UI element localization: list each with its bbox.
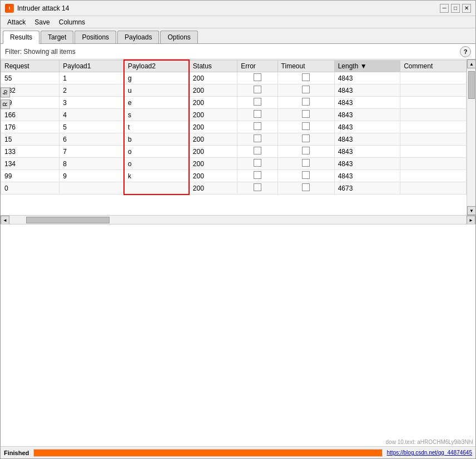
tab-positions[interactable]: Positions bbox=[75, 31, 116, 43]
table-row[interactable]: 176 5 t 200 4843 bbox=[1, 121, 467, 133]
cell-status: 200 bbox=[189, 109, 237, 121]
col-header-length[interactable]: Length ▼ bbox=[334, 60, 400, 72]
vertical-scrollbar[interactable]: ▲ ▼ bbox=[467, 59, 475, 215]
status-text: Finished bbox=[4, 450, 29, 456]
maximize-button[interactable]: □ bbox=[451, 4, 460, 13]
cell-request: 133 bbox=[1, 146, 60, 158]
close-button[interactable]: ✕ bbox=[462, 4, 471, 13]
cell-error bbox=[237, 72, 277, 84]
table-row[interactable]: 134 8 o 200 4843 bbox=[1, 158, 467, 170]
scroll-right-arrow[interactable]: ► bbox=[467, 216, 475, 224]
cell-length: 4843 bbox=[334, 158, 400, 170]
title-bar-left: I Intruder attack 14 bbox=[5, 4, 69, 13]
cell-payload1: 6 bbox=[60, 133, 124, 146]
cell-status: 200 bbox=[189, 121, 237, 133]
cell-error bbox=[237, 121, 277, 133]
cell-length: 4843 bbox=[334, 72, 400, 84]
scroll-track-h[interactable] bbox=[9, 216, 467, 224]
menu-attack[interactable]: Attack bbox=[3, 17, 30, 27]
cell-payload1: 8 bbox=[60, 158, 124, 170]
table-row[interactable]: 55 1 g 200 4843 bbox=[1, 72, 467, 84]
cell-payload2: u bbox=[124, 84, 189, 97]
table-row[interactable]: 0 200 4673 bbox=[1, 182, 467, 194]
scroll-thumb[interactable] bbox=[468, 71, 475, 99]
results-table: Request Payload1 Payload2 Status Error T… bbox=[1, 59, 467, 195]
cell-request: 15 bbox=[1, 133, 60, 146]
help-button[interactable]: ? bbox=[460, 46, 471, 57]
col-header-payload1[interactable]: Payload1 bbox=[60, 60, 124, 72]
cell-payload2: b bbox=[124, 133, 189, 146]
tab-target[interactable]: Target bbox=[41, 31, 73, 43]
side-tab-r[interactable]: R bbox=[1, 99, 10, 109]
scroll-left-arrow[interactable]: ◄ bbox=[1, 216, 9, 224]
table-row[interactable]: 15 6 b 200 4843 bbox=[1, 133, 467, 146]
col-header-request[interactable]: Request bbox=[1, 60, 60, 72]
cell-payload1: 9 bbox=[60, 170, 124, 182]
cell-comment bbox=[400, 84, 467, 97]
table-row[interactable]: 166 4 s 200 4843 bbox=[1, 109, 467, 121]
cell-request: 134 bbox=[1, 158, 60, 170]
title-bar: I Intruder attack 14 ─ □ ✕ bbox=[1, 1, 475, 16]
cell-length: 4843 bbox=[334, 170, 400, 182]
table-container[interactable]: Request Payload1 Payload2 Status Error T… bbox=[1, 59, 467, 215]
cell-status: 200 bbox=[189, 72, 237, 84]
cell-status: 200 bbox=[189, 182, 237, 194]
scroll-thumb-h[interactable] bbox=[26, 217, 110, 223]
cell-timeout bbox=[277, 121, 334, 133]
cell-payload2 bbox=[124, 182, 189, 194]
tab-payloads[interactable]: Payloads bbox=[117, 31, 159, 43]
scroll-down-arrow[interactable]: ▼ bbox=[467, 206, 475, 215]
status-url[interactable]: https://blog.csdn.net/qq_44874645 bbox=[387, 450, 472, 456]
cell-error bbox=[237, 133, 277, 146]
cell-payload1: 3 bbox=[60, 97, 124, 109]
status-bar: Finished https://blog.csdn.net/qq_448746… bbox=[1, 446, 475, 458]
cell-status: 200 bbox=[189, 146, 237, 158]
main-content: fo R Request Payload1 Payload2 Status Er… bbox=[1, 59, 475, 446]
tab-results[interactable]: Results bbox=[3, 31, 39, 44]
cell-comment bbox=[400, 170, 467, 182]
col-header-payload2[interactable]: Payload2 bbox=[124, 60, 189, 72]
cell-timeout bbox=[277, 158, 334, 170]
menu-columns[interactable]: Columns bbox=[54, 17, 90, 27]
cell-error bbox=[237, 158, 277, 170]
table-row[interactable]: 99 9 k 200 4843 bbox=[1, 170, 467, 182]
cell-comment bbox=[400, 97, 467, 109]
cell-length: 4843 bbox=[334, 133, 400, 146]
cell-length: 4843 bbox=[334, 84, 400, 97]
cell-payload1: 7 bbox=[60, 146, 124, 158]
cell-request: 166 bbox=[1, 109, 60, 121]
cell-length: 4843 bbox=[334, 146, 400, 158]
cell-payload1 bbox=[60, 182, 124, 194]
cell-timeout bbox=[277, 133, 334, 146]
cell-error bbox=[237, 170, 277, 182]
cell-payload2: o bbox=[124, 146, 189, 158]
cell-error bbox=[237, 109, 277, 121]
scroll-up-arrow[interactable]: ▲ bbox=[467, 59, 475, 68]
table-row[interactable]: 133 7 o 200 4843 bbox=[1, 146, 467, 158]
cell-request: 99 bbox=[1, 170, 60, 182]
app-icon: I bbox=[5, 4, 14, 13]
scroll-track[interactable] bbox=[467, 68, 475, 206]
bottom-watermark: dow 10.text: aHROCHM6Ly9ib3NhI bbox=[384, 438, 475, 446]
cell-payload1: 1 bbox=[60, 72, 124, 84]
minimize-button[interactable]: ─ bbox=[440, 4, 449, 13]
cell-comment bbox=[400, 182, 467, 194]
cell-timeout bbox=[277, 182, 334, 194]
bottom-panel: dow 10.text: aHROCHM6Ly9ib3NhI bbox=[1, 224, 475, 446]
menu-save[interactable]: Save bbox=[30, 17, 54, 27]
cell-timeout bbox=[277, 146, 334, 158]
cell-length: 4843 bbox=[334, 109, 400, 121]
tab-options[interactable]: Options bbox=[160, 31, 197, 43]
side-tab-fo[interactable]: fo bbox=[1, 87, 10, 97]
col-header-timeout[interactable]: Timeout bbox=[277, 60, 334, 72]
table-row[interactable]: 39 3 e 200 4843 bbox=[1, 97, 467, 109]
window-title: Intruder attack 14 bbox=[17, 4, 69, 12]
cell-timeout bbox=[277, 109, 334, 121]
col-header-error[interactable]: Error bbox=[237, 60, 277, 72]
table-row[interactable]: 182 2 u 200 4843 bbox=[1, 84, 467, 97]
col-header-status[interactable]: Status bbox=[189, 60, 237, 72]
horizontal-scrollbar[interactable]: ◄ ► bbox=[1, 215, 475, 224]
col-header-comment[interactable]: Comment bbox=[400, 60, 467, 72]
cell-error bbox=[237, 97, 277, 109]
filter-text: Filter: Showing all items bbox=[5, 48, 76, 56]
